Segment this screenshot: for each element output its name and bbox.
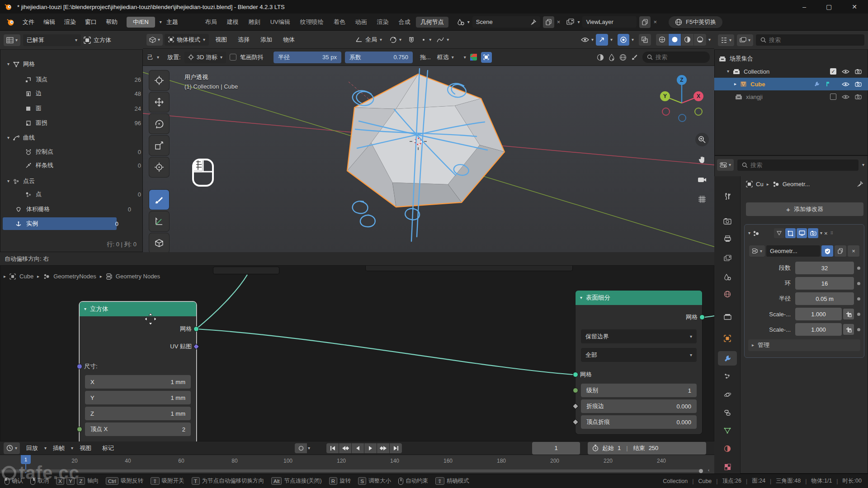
rings-field[interactable]: 16: [795, 277, 854, 290]
breadcrumb-modifier[interactable]: Geometr...: [783, 181, 810, 188]
frame-range-fields[interactable]: 起始 1 | 结束 250: [588, 442, 706, 455]
navigation-gizmo[interactable]: Z Y X: [656, 70, 707, 122]
node-cube-header[interactable]: ▾ 立方体: [80, 302, 196, 316]
snap-rotate-icon[interactable]: [389, 36, 396, 43]
tab-render[interactable]: [718, 214, 737, 228]
unlink-node-group-button[interactable]: ×: [848, 245, 859, 257]
spreadsheet-editor-type-button[interactable]: ▾: [4, 34, 20, 46]
tab-collection[interactable]: [718, 310, 737, 324]
playhead-marker[interactable]: 1: [21, 455, 31, 464]
close-button[interactable]: ✕: [852, 3, 857, 10]
tree-row-mesh[interactable]: ▾网格: [7, 58, 35, 70]
matcap-sphere-icon[interactable]: [597, 54, 604, 61]
timeline-menu-marker[interactable]: 标记: [98, 444, 118, 452]
tree-row-point[interactable]: 点0: [25, 188, 42, 201]
workspace-tab-uv[interactable]: UV编辑: [266, 17, 295, 28]
tab-scene[interactable]: [718, 270, 737, 284]
view-layer-remove-icon[interactable]: ×: [653, 19, 657, 25]
socket-size-input[interactable]: [77, 364, 82, 369]
tree-row-vertex[interactable]: 顶点26: [25, 73, 47, 86]
node-canvas[interactable]: ▸ Cube ▸ GeometryNodes ▸ Geometry Nodes …: [0, 266, 714, 441]
annotate-tool-button[interactable]: [149, 190, 169, 210]
active-tool-icon[interactable]: [481, 52, 492, 63]
view-layer-icon[interactable]: [566, 19, 575, 26]
modifier-extras-icon[interactable]: ▾: [820, 231, 822, 235]
annotate-brush-label[interactable]: 己: [147, 53, 153, 61]
timeline-editor-type-button[interactable]: ▾: [4, 442, 20, 454]
scene-copy-button[interactable]: [543, 16, 554, 28]
node-subdivision-surface[interactable]: ▾ 表面细分 网格 保留边界▾ 全部▾ 网格 级别1 折痕边0.000 顶点折痕…: [576, 291, 702, 434]
row-xiangji[interactable]: xiangji: [714, 90, 868, 103]
breadcrumb-node-tree[interactable]: Geometry Nodes: [116, 273, 160, 280]
drag-label[interactable]: 拖...: [420, 53, 431, 61]
play-reverse-button[interactable]: [352, 443, 364, 453]
workspace-tab-animation[interactable]: 动画: [351, 17, 372, 28]
falloff-curve-icon[interactable]: [437, 37, 444, 42]
workspace-tab-modeling[interactable]: 建模: [222, 17, 243, 28]
menu-file[interactable]: 文件: [18, 18, 39, 26]
modifier-delete-icon[interactable]: ×: [824, 230, 828, 237]
render-camera-icon[interactable]: [855, 69, 862, 74]
world-sphere-icon[interactable]: [619, 54, 627, 61]
theme-menu[interactable]: 主题: [162, 18, 183, 26]
animate-dot[interactable]: [857, 297, 860, 300]
row-scene-collection[interactable]: 场景集合: [714, 52, 868, 65]
maximize-button[interactable]: ▢: [826, 3, 832, 10]
shading-solid-button[interactable]: [669, 34, 681, 46]
material-preview-icon[interactable]: [470, 53, 477, 61]
timeline-menu-playback[interactable]: 回放: [22, 444, 42, 452]
field-edge-crease[interactable]: 折痕边0.000: [581, 399, 697, 413]
cursor-tool-button[interactable]: [149, 70, 169, 90]
lang-toggle-button[interactable]: 中/EN: [127, 17, 155, 28]
workspace-tab-geometry-nodes[interactable]: 几何节点: [416, 17, 448, 28]
stabilize-checkbox[interactable]: [230, 54, 236, 61]
node-cube[interactable]: ▾ 立方体 网格 UV 贴图 尺寸: X1 mm Y1 mm Z1 mm 顶点 …: [80, 302, 196, 441]
pin-icon[interactable]: [530, 19, 537, 25]
properties-search[interactable]: [737, 160, 859, 171]
tree-row-corner[interactable]: 面拐96: [25, 117, 47, 129]
tab-texture[interactable]: [718, 460, 737, 474]
fake-user-shield-toggle[interactable]: [821, 245, 833, 257]
tool-search[interactable]: [642, 52, 710, 63]
scale-field-1[interactable]: 1.000: [795, 308, 842, 320]
timeline-menu-view[interactable]: 视图: [75, 444, 96, 452]
socket-mesh-output[interactable]: [193, 326, 199, 332]
tree-row-face[interactable]: 面24: [25, 102, 42, 115]
current-frame-field[interactable]: 1: [532, 442, 580, 455]
grid-toggle-button[interactable]: [695, 192, 709, 206]
node-group-browse-button[interactable]: ▾: [749, 245, 765, 257]
tree-row-spline[interactable]: 样条线0: [25, 159, 53, 172]
play-button[interactable]: [364, 443, 377, 453]
field-size-z[interactable]: Z1 mm: [85, 407, 191, 420]
tab-particles[interactable]: [718, 369, 737, 384]
tab-world[interactable]: [718, 287, 737, 301]
viewport-menu-view[interactable]: 视图: [211, 36, 231, 44]
tab-tool[interactable]: [718, 189, 737, 203]
tree-row-control-point[interactable]: 控制点0: [25, 145, 53, 158]
properties-editor-type-button[interactable]: ▾: [717, 159, 734, 171]
gizmo-neg-z-axis[interactable]: [678, 114, 686, 122]
field-vertices-x[interactable]: 顶点 X2: [85, 422, 191, 436]
outliner-editor-type-button[interactable]: ▾: [718, 34, 734, 46]
workspace-tab-render[interactable]: 渲染: [373, 17, 393, 28]
viewport-menu-add[interactable]: 添加: [256, 36, 277, 44]
orientation-value[interactable]: 全局: [365, 36, 377, 44]
row-cube-selected[interactable]: ▸ Cube: [714, 78, 868, 90]
next-keyframe-button[interactable]: [377, 443, 389, 453]
minimize-button[interactable]: –: [802, 3, 806, 10]
overlays-toggle-button[interactable]: [618, 34, 629, 46]
workspace-tab-texpaint[interactable]: 纹理喷绘: [296, 17, 328, 28]
measure-tool-button[interactable]: [149, 211, 169, 231]
prev-keyframe-button[interactable]: [339, 443, 351, 453]
zoom-button[interactable]: [695, 133, 709, 146]
tree-row-curve[interactable]: ▾曲线: [7, 131, 35, 144]
row-collection[interactable]: ▾ Collection ✓: [714, 65, 868, 78]
radius-field[interactable]: 0.05 m: [795, 292, 854, 305]
brush-tool-icon[interactable]: [631, 54, 638, 61]
render-camera-icon[interactable]: [855, 81, 862, 87]
socket-vertices-x-input[interactable]: [77, 427, 82, 432]
outliner-search-input[interactable]: [769, 37, 860, 43]
realtime-toggle[interactable]: [797, 228, 807, 238]
menu-help[interactable]: 帮助: [101, 18, 122, 26]
collapse-arrow-icon[interactable]: ‹: [708, 468, 709, 473]
